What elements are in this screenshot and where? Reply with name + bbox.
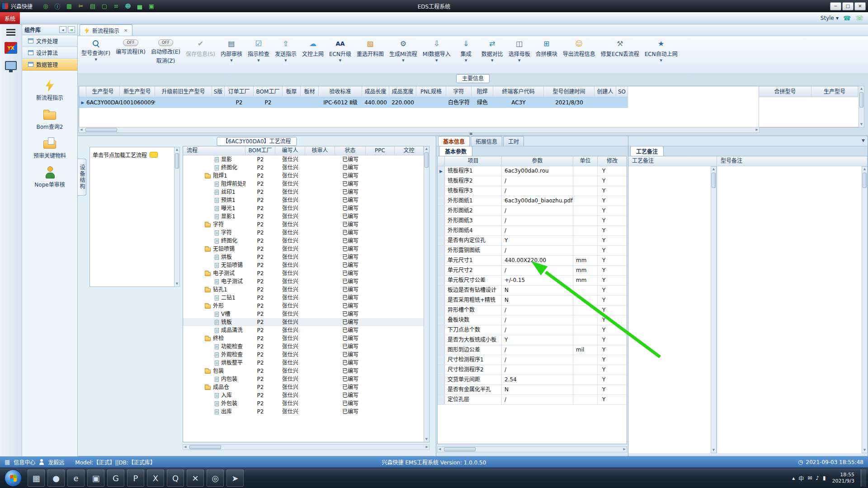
param-value[interactable]: / [502,226,573,235]
sidebar-shortcut[interactable]: 新流程指示 [22,76,77,105]
process-node-row[interactable]: 终图化 P2 张仕兴 已编写 [183,164,429,172]
chevron-down-icon[interactable]: ▼ [402,59,404,62]
column-header[interactable]: 新生产型号 [120,86,155,97]
list[interactable]: ≡ [110,3,122,9]
info-center-label[interactable]: 信息中心 [14,458,35,466]
maximize[interactable]: □ [842,2,854,10]
param-row[interactable]: 外形图纸3 / Y [438,216,627,226]
process-node-row[interactable]: 电子测试 P2 张仕兴 已编写 [183,269,429,277]
column-header[interactable]: 创建人 [594,86,616,97]
process-node-row[interactable]: 包装 P2 张仕兴 已编写 [183,367,429,375]
close[interactable]: ✕ [854,2,866,10]
column-header[interactable]: 核审人 [305,146,335,155]
process-node-row[interactable]: 入库 P2 张仕兴 已编写 [183,391,429,399]
column-header[interactable]: 成品宽度 [389,86,416,97]
param-row[interactable]: 定位孔层 / Y [438,395,627,405]
user[interactable]: ☻ [122,3,134,9]
collapse-icon[interactable]: ▼ [862,138,865,143]
table-cell[interactable]: P2 [254,97,283,108]
scroll-thumb[interactable] [859,92,863,108]
param-value[interactable]: N [502,385,573,394]
sidebar-nav-item[interactable]: 设计算法 [22,47,77,59]
theme-phone-icon[interactable]: ☎ [843,14,851,22]
column-header[interactable]: 型号创建时间 [544,86,594,97]
v-scrollbar[interactable] [424,146,429,442]
param-value[interactable]: 6ac3y00da0.rou [502,166,573,176]
column-header[interactable]: 板材 [301,86,319,97]
toolbar-button[interactable]: ⊞ 合拼模块 [533,38,560,57]
table-cell[interactable] [212,97,225,108]
copy[interactable]: ▢ [99,3,110,9]
pin-icon[interactable]: ➜ [68,26,75,33]
collapse-icon[interactable]: ◂ [59,26,66,33]
messenger[interactable]: ➤ [226,469,244,487]
column-header[interactable]: 编写人 [275,146,305,155]
column-header[interactable]: 终端客户代码 [493,86,544,97]
param-row[interactable]: 是否为大板铣成小板 Y Y [438,335,627,345]
param-value[interactable]: Y [502,335,573,345]
tray-expand[interactable]: ▴ [792,475,795,481]
toolbar-button[interactable]: ⇧ 发送指示 ▼ [272,38,299,62]
param-value[interactable]: 6ac3y00da0_biaozhu.pdf [502,196,573,206]
process-remark-area[interactable] [628,166,717,453]
param-value[interactable]: / [502,266,573,275]
param-value[interactable]: 440.00X220.00 [502,256,573,265]
chevron-down-icon[interactable]: ▼ [491,59,493,62]
param-row[interactable]: 外形图纸1 6ac3y00da0_biaozhu.pdf Y [438,196,627,206]
g-browser[interactable]: G [107,469,124,487]
model-remark-area[interactable] [717,166,868,453]
chevron-down-icon[interactable]: ▼ [284,59,287,62]
process-node-row[interactable]: 外观检查 P2 张仕兴 已编写 [183,351,429,359]
param-value[interactable]: / [502,176,573,186]
tab-basic-params[interactable]: 基本参数 [439,146,472,156]
sidebar-nav-item[interactable]: 数据管理 [22,59,77,70]
v-scrollbar[interactable] [859,86,864,127]
h-scrollbar[interactable] [437,446,627,452]
column-header[interactable]: 工艺备注 [628,156,717,166]
param-row[interactable]: 叠板块数 / Y [438,315,627,325]
h-scrollbar[interactable] [183,444,429,450]
qq[interactable]: Q [167,469,184,487]
param-row[interactable]: 是否有内定位孔 Y Y [438,236,627,246]
tray-volume[interactable]: ♪ [816,475,819,481]
chevron-down-icon[interactable]: ▼ [465,59,467,62]
chevron-down-icon[interactable]: ▼ [94,58,97,61]
process-node-row[interactable]: 阻焊前处理1 P2 张仕兴 已编写 [183,180,429,188]
toolbar-button[interactable]: ⚙ 生成MI流程 ▼ [387,38,420,62]
green-tool[interactable]: ◎ [207,469,224,487]
process-node-row[interactable]: 终检 P2 张仕兴 已编写 [183,334,429,343]
toolbar-sub-action[interactable]: 取消(Z) [156,56,175,64]
toolbar-button[interactable]: ☑ 指示检查 ▼ [245,38,272,62]
scroll-thumb[interactable] [175,153,179,169]
param-row[interactable]: 铣板程序3 / Y [438,186,627,196]
scroll-thumb[interactable] [85,128,117,132]
process-node-row[interactable]: 显影1 P2 张仕兴 已编写 [183,212,429,221]
tab-device-structure[interactable]: 设备结构 [78,159,86,196]
param-row[interactable]: 外形图纸2 / Y [438,206,627,216]
info[interactable]: ⓘ [52,2,63,10]
start-button[interactable] [5,469,22,487]
column-header[interactable]: 成品长度 [362,86,389,97]
param-row[interactable]: 单元板尺寸公差 +/-0.15 mm Y [438,276,627,286]
table-cell[interactable] [155,97,212,108]
internet-explorer[interactable]: e [67,469,85,487]
toolbar-button[interactable]: ◫ 选择母板 ▼ [506,38,533,62]
table-cell[interactable] [416,97,446,108]
chevron-down-icon[interactable]: ▼ [257,59,259,62]
param-row[interactable]: 交货单元间距 2.54 Y [438,375,627,385]
param-row[interactable]: ▶ 铣板程序1 6ac3y00da0.rou Y [438,166,627,176]
search[interactable]: ◎ [40,3,52,9]
table-cell[interactable] [616,97,628,108]
taskbar-clock[interactable]: 18:55 2021/9/3 [832,472,854,484]
process-node-row[interactable]: 二钻1 P2 张仕兴 已编写 [183,294,429,302]
param-row[interactable]: 板边是否有钻槽设计 N Y [438,286,627,296]
tray-ime[interactable]: 中 [798,474,804,482]
param-value[interactable]: / [502,355,573,365]
h-scrollbar[interactable] [79,127,760,133]
param-row[interactable]: 铣板程序2 / Y [438,176,627,186]
toolbar-button[interactable]: AA ECN升级 ▼ [326,38,354,62]
process-node-row[interactable]: 阻焊1 P2 张仕兴 已编写 [183,172,429,180]
param-row[interactable]: 是否采用粗铣+精铣 N Y [438,296,627,305]
show-desktop-button[interactable] [861,469,866,487]
process-node-row[interactable]: 功能检查 P2 张仕兴 已编写 [183,343,429,351]
